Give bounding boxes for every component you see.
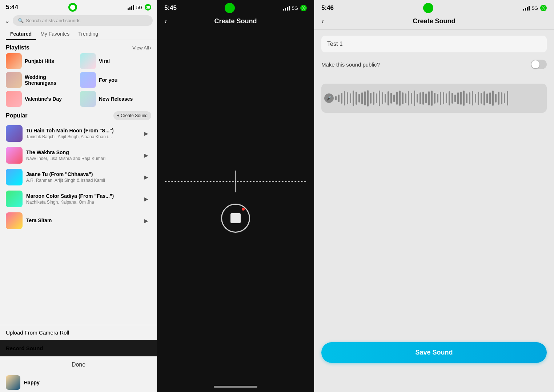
tab-trending[interactable]: Trending [74, 28, 103, 40]
playlist-item-new-releases[interactable]: New Releases [80, 91, 151, 107]
page-title-2: Create Sound [214, 17, 257, 25]
song-thumb-3 [6, 191, 23, 207]
waveform-bar [347, 92, 348, 104]
waveform-bar [495, 94, 497, 103]
song-item-0[interactable]: Tu Hain Toh Main Hoon (From "S...") Tani… [6, 123, 151, 144]
upload-from-camera-roll[interactable]: Upload From Camera Roll [0, 325, 157, 340]
playlist-thumb-punjabi [6, 53, 22, 69]
waveform-bar [335, 96, 337, 100]
playlist-thumb-wedding [6, 72, 22, 88]
snapchat-logo-3 [423, 3, 433, 13]
waveform-bar [449, 91, 450, 105]
record-sound-row[interactable]: Record Sound [0, 340, 157, 356]
waveform-bar [390, 93, 392, 104]
network-label-1: 5G [136, 5, 142, 10]
nav-bar-2: ‹ Create Sound [157, 15, 314, 28]
waveform-bar [338, 95, 340, 102]
song-artist-0: Tanishk Bagchi, Arijit Singh, Alaana Kha… [26, 134, 137, 139]
song-item-1[interactable]: The Wakhra Song Navv Inder, Lisa Mishra … [6, 145, 151, 166]
public-toggle-switch[interactable] [531, 60, 547, 69]
playlist-item-for-you[interactable]: For you [80, 72, 151, 88]
dotted-segment-right [236, 181, 306, 182]
waveform-bar [428, 91, 430, 105]
back-button-2[interactable]: ‹ [164, 17, 167, 26]
play-icon-1[interactable]: ▶ [141, 150, 151, 160]
play-icon-3[interactable]: ▶ [141, 194, 151, 204]
playlist-name-valentines: Valentine's Day [25, 96, 62, 102]
sound-name-input[interactable] [321, 36, 547, 52]
waveform-bar [466, 93, 467, 103]
waveform-bar [425, 93, 427, 103]
song-item-3[interactable]: Maroon Color Sadiya (From "Fas...") Nach… [6, 188, 151, 209]
song-title-2: Jaane Tu (From "Chhaava") [26, 171, 137, 177]
save-sound-button[interactable]: Save Sound [321, 342, 547, 363]
battery-badge-2: 39 [300, 5, 307, 11]
waveform-bar [411, 93, 412, 104]
panel-create-sound: 5:45 5G 39 ‹ Create Sound [157, 0, 314, 392]
waveform-bar [504, 93, 505, 103]
back-button-3[interactable]: ‹ [321, 17, 324, 26]
nav-bar-3: ‹ Create Sound [314, 15, 554, 30]
panel-save-sound: 5:46 5G 39 ‹ Create Sound Make this soun… [314, 0, 554, 392]
playlists-header: Playlists View All › [0, 40, 157, 53]
status-bar-2: 5:45 5G 39 [157, 0, 314, 15]
waveform-bar [434, 93, 435, 104]
home-indicator-2 [214, 386, 257, 388]
waveform-bar [385, 94, 386, 103]
time-2: 5:45 [164, 4, 177, 12]
signal-icon-1 [128, 5, 134, 10]
waveform-bar [419, 92, 421, 104]
search-placeholder: Search artists and sounds [26, 18, 80, 23]
status-bar-1: 5:44 5G 38 [0, 0, 157, 13]
chevron-down-icon[interactable]: ⌄ [4, 17, 10, 25]
song-item-2[interactable]: Jaane Tu (From "Chhaava") A.R. Rahman, A… [6, 167, 151, 188]
playlist-item-punjabi-hits[interactable]: Punjabi Hits [6, 53, 77, 69]
playlist-thumb-viral [80, 53, 96, 69]
waveform-bar [358, 94, 360, 103]
song-list: Tu Hain Toh Main Hoon (From "S...") Tani… [6, 123, 151, 231]
toggle-label: Make this sound public? [321, 61, 380, 68]
done-button[interactable]: Done [0, 356, 157, 373]
public-toggle-row: Make this sound public? [321, 58, 547, 76]
snapchat-logo-1 [68, 3, 77, 12]
waveform-bar [431, 91, 433, 106]
mini-song-happy[interactable]: Happy [0, 373, 157, 392]
waveform-bar [475, 94, 476, 103]
play-icon-4[interactable]: ▶ [141, 216, 151, 226]
song-info-4: Tera Sitam [26, 217, 137, 224]
waveform-bar [361, 92, 363, 104]
status-icons-3: 5G 39 [523, 5, 547, 11]
bottom-section: Upload From Camera Roll Record Sound Don… [0, 325, 157, 392]
waveform-bar [454, 95, 456, 102]
create-sound-button[interactable]: + Create Sound [113, 111, 151, 120]
tab-featured[interactable]: Featured [6, 28, 36, 40]
playlist-item-valentines[interactable]: Valentine's Day [6, 91, 77, 107]
playlist-item-viral[interactable]: Viral [80, 53, 151, 69]
waveform-bar [507, 91, 508, 105]
stop-button[interactable] [221, 204, 250, 233]
song-title-3: Maroon Color Sadiya (From "Fas...") [26, 193, 137, 199]
panel-music-library: 5:44 5G 38 ⌄ 🔍 Search artists and sounds… [0, 0, 157, 392]
status-bar-3: 5:46 5G 39 [314, 0, 554, 15]
waveform-bar [460, 92, 462, 105]
waveform-display: 🎤 [321, 84, 547, 113]
song-thumb-0 [6, 125, 23, 142]
waveform-bar [492, 91, 494, 106]
song-artist-1: Navv Inder, Lisa Mishra and Raja Kumari [26, 156, 137, 161]
song-thumb-1 [6, 147, 23, 164]
song-item-4[interactable]: Tera Sitam ▶ [6, 210, 151, 231]
tab-my-favorites[interactable]: My Favorites [36, 28, 74, 40]
play-icon-0[interactable]: ▶ [141, 128, 151, 139]
search-bar: ⌄ 🔍 Search artists and sounds [0, 13, 157, 28]
playlist-item-wedding[interactable]: Wedding Shenanigans [6, 72, 77, 88]
search-input-wrap[interactable]: 🔍 Search artists and sounds [13, 15, 153, 26]
view-all-button[interactable]: View All › [132, 45, 151, 51]
mini-song-title: Happy [24, 380, 40, 385]
waveform-bar [422, 92, 424, 105]
song-title-1: The Wakhra Song [26, 149, 137, 155]
playlist-thumb-for-you [80, 72, 96, 88]
waveform-bar [417, 94, 418, 103]
play-icon-2[interactable]: ▶ [141, 172, 151, 182]
waveform-bar [443, 92, 444, 104]
song-artist-2: A.R. Rahman, Arijit Singh & Irshad Kamil [26, 178, 137, 183]
